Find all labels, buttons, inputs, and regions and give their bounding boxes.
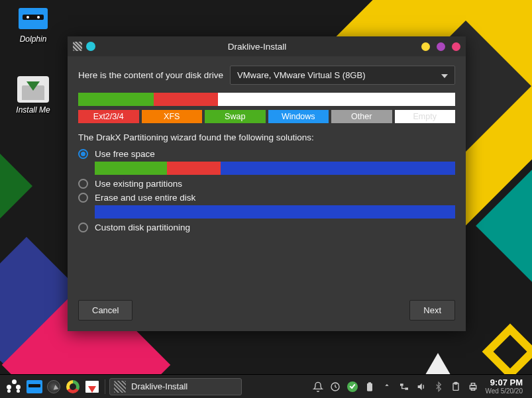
wizard-found-text: The DrakX Partitioning wizard found the … — [78, 132, 455, 142]
installer-window: Draklive-Install Here is the content of … — [68, 36, 466, 331]
taskbar: Draklive-Install 9:07 PM Wed 5/20/20 — [0, 374, 532, 398]
clock-time: 9:07 PM — [485, 378, 523, 387]
taskbar-clock[interactable]: 9:07 PM Wed 5/20/20 — [482, 378, 528, 395]
partition-legend: Ext2/3/4 XFS Swap Windows Other Empty — [78, 110, 455, 123]
drive-label: Here is the content of your disk drive — [78, 70, 223, 80]
svg-rect-1 — [367, 383, 372, 391]
konqueror-icon — [47, 380, 60, 393]
svg-rect-2 — [368, 382, 371, 383]
desktop-icon-label: Install Me — [9, 105, 57, 115]
option-label: Custom disk partitioning — [95, 223, 190, 232]
option-label: Erase and use entire disk — [95, 193, 195, 203]
volume-icon[interactable] — [414, 378, 429, 395]
notifications-icon[interactable] — [311, 378, 325, 395]
pinned-welcome[interactable] — [64, 378, 81, 395]
dolphin-icon — [17, 5, 49, 32]
menu-icon[interactable] — [86, 42, 95, 51]
app-icon — [114, 381, 126, 393]
next-button[interactable]: Next — [409, 300, 455, 321]
legend-swap: Swap — [205, 110, 266, 123]
install-icon — [17, 76, 49, 103]
legend-xfs: XFS — [142, 110, 203, 123]
klipper-icon[interactable] — [328, 378, 343, 395]
taskbar-app-draklive[interactable]: Draklive-Install — [109, 378, 242, 395]
taskbar-app-label: Draklive-Install — [131, 381, 187, 391]
radio-icon[interactable] — [78, 179, 88, 189]
tray-expand-icon[interactable] — [380, 378, 394, 395]
drive-selected-value: VMware, VMware Virtual S (8GB) — [237, 70, 365, 80]
legend-other: Other — [331, 110, 392, 123]
system-tray — [311, 378, 480, 395]
welcome-icon — [66, 380, 80, 393]
desktop-icon-label: Dolphin — [9, 34, 57, 44]
option-label: Use existing partitions — [95, 179, 182, 189]
clock-date: Wed 5/20/20 — [485, 387, 523, 395]
desktop-icon-install[interactable]: Install Me — [9, 76, 57, 115]
option-use-existing[interactable]: Use existing partitions — [78, 179, 455, 189]
close-button[interactable] — [452, 42, 460, 51]
check-icon — [347, 381, 358, 392]
clipboard-icon[interactable] — [449, 378, 463, 395]
titlebar[interactable]: Draklive-Install — [68, 36, 466, 56]
desktop-icon-dolphin[interactable]: Dolphin — [9, 5, 57, 44]
svg-rect-3 — [400, 383, 403, 385]
disk-usage-bar — [78, 93, 455, 106]
option-erase-disk[interactable]: Erase and use entire disk — [78, 193, 455, 219]
legend-ext: Ext2/3/4 — [78, 110, 139, 123]
bluetooth-icon[interactable] — [431, 378, 446, 395]
option-preview-bar — [95, 162, 455, 175]
launcher-icon — [7, 379, 21, 394]
legend-empty: Empty — [395, 110, 456, 123]
radio-icon[interactable] — [78, 149, 88, 159]
network-icon[interactable] — [397, 378, 411, 395]
window-title: Draklive-Install — [99, 42, 415, 52]
pinned-dolphin[interactable] — [26, 378, 43, 395]
app-launcher[interactable] — [4, 379, 24, 394]
option-use-free-space[interactable]: Use free space — [78, 149, 455, 175]
update-icon[interactable] — [345, 378, 360, 395]
dolphin-icon — [27, 380, 42, 393]
option-custom[interactable]: Custom disk partitioning — [78, 223, 455, 232]
battery-icon[interactable] — [362, 378, 377, 395]
pinned-konqueror[interactable] — [45, 378, 62, 395]
svg-rect-8 — [472, 383, 475, 385]
cancel-button[interactable]: Cancel — [78, 300, 133, 321]
drive-select[interactable]: VMware, VMware Virtual S (8GB) — [230, 66, 455, 85]
pinned-mail[interactable] — [83, 378, 101, 395]
option-preview-bar — [95, 205, 455, 219]
mail-icon — [85, 381, 99, 393]
window-icon — [73, 42, 82, 51]
radio-icon[interactable] — [78, 223, 88, 232]
legend-windows: Windows — [268, 110, 329, 123]
maximize-button[interactable] — [437, 42, 445, 51]
printer-icon[interactable] — [466, 378, 480, 395]
svg-rect-4 — [405, 387, 409, 389]
radio-icon[interactable] — [78, 193, 88, 203]
minimize-button[interactable] — [421, 42, 430, 51]
option-label: Use free space — [95, 149, 155, 159]
